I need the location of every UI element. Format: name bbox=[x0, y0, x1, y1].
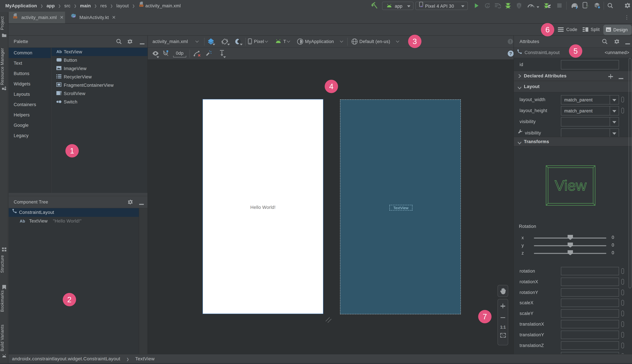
svg-text:A: A bbox=[486, 5, 488, 8]
svg-text:?: ? bbox=[509, 51, 512, 56]
svg-text:View: View bbox=[555, 177, 586, 194]
